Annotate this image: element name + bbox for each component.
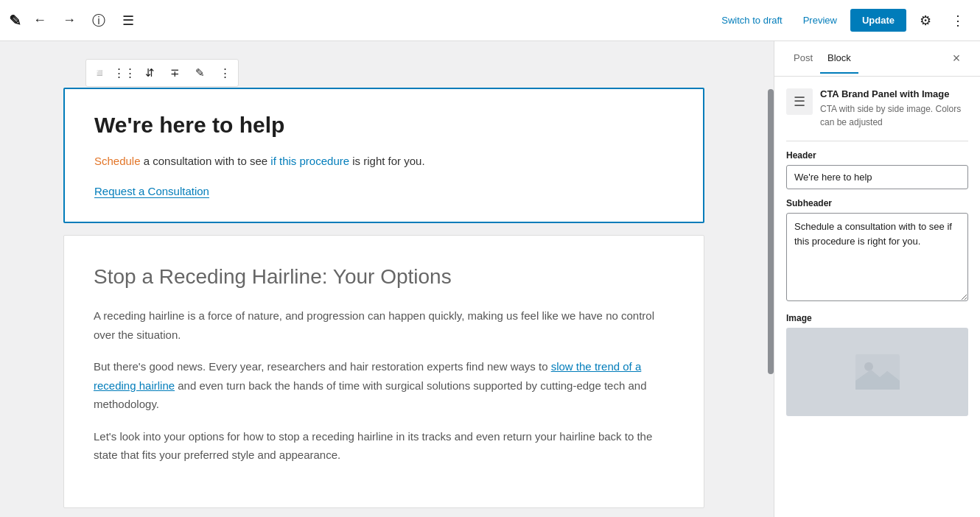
cta-heading: We're here to help <box>94 113 673 138</box>
more-block-options-button[interactable]: ⋮ <box>213 61 237 85</box>
main-layout: ◽ ⋮⋮ ⇵ ∓ ✎ ⋮ We're here to help Schedule… <box>0 41 980 517</box>
image-label: Image <box>786 313 968 323</box>
undo-button[interactable]: ← <box>27 7 53 34</box>
move-button[interactable]: ⇵ <box>138 61 161 85</box>
edit-button[interactable]: ✎ <box>188 61 211 85</box>
settings-button[interactable]: ⚙ <box>912 7 939 34</box>
header-label: Header <box>786 150 968 161</box>
content-heading: Stop a Receding Hairline: Your Options <box>94 265 674 289</box>
tab-block[interactable]: Block <box>820 43 858 74</box>
content-paragraph-1: A receding hairline is a force of nature… <box>94 306 674 344</box>
image-placeholder[interactable] <box>786 328 968 416</box>
cta-block: We're here to help Schedule a consultati… <box>63 88 704 223</box>
block-type-button[interactable]: ◽ <box>88 61 111 85</box>
top-bar: ✎ ← → ⓘ ☰ Switch to draft Preview Update… <box>0 0 980 41</box>
content-paragraph-3: Let's look into your options for how to … <box>94 427 674 465</box>
sidebar: Post Block × ☰ CTA Brand Panel with Imag… <box>774 41 980 517</box>
list-view-button[interactable]: ☰ <box>115 7 141 34</box>
block-toolbar: ◽ ⋮⋮ ⇵ ∓ ✎ ⋮ <box>85 59 239 87</box>
redo-button[interactable]: → <box>56 7 83 34</box>
editor-scrollbar[interactable] <box>768 41 774 517</box>
cta-subheader: Schedule a consultation with to see if t… <box>94 152 673 170</box>
more-options-button[interactable]: ⋮ <box>945 7 971 34</box>
schedule-text: Schedule <box>94 155 141 167</box>
scrollbar-thumb[interactable] <box>768 89 774 375</box>
drag-handle-button[interactable]: ⋮⋮ <box>113 61 136 85</box>
update-button[interactable]: Update <box>850 9 906 32</box>
block-title: CTA Brand Panel with Image <box>820 88 968 99</box>
editor-area: ◽ ⋮⋮ ⇵ ∓ ✎ ⋮ We're here to help Schedule… <box>0 41 768 517</box>
cta-link[interactable]: Request a Consultation <box>94 185 209 198</box>
image-placeholder-icon <box>855 350 900 394</box>
block-info-text: CTA Brand Panel with Image CTA with side… <box>820 88 968 129</box>
paragraph2-prefix: But there's good news. Every year, resea… <box>94 360 551 373</box>
block-description: CTA with side by side image. Colors can … <box>820 102 968 129</box>
subheader-label: Subheader <box>786 198 968 208</box>
info-button[interactable]: ⓘ <box>85 7 112 34</box>
align-button[interactable]: ∓ <box>163 61 186 85</box>
paragraph2-suffix: and even turn back the hands of time wit… <box>94 379 646 411</box>
wp-logo-icon: ✎ <box>9 12 21 29</box>
sidebar-content: ☰ CTA Brand Panel with Image CTA with si… <box>774 77 980 517</box>
preview-button[interactable]: Preview <box>796 10 844 30</box>
content-block: Stop a Receding Hairline: Your Options A… <box>63 235 704 508</box>
content-paragraph-2: But there's good news. Every year, resea… <box>94 357 674 414</box>
block-icon: ☰ <box>786 88 813 115</box>
tab-post[interactable]: Post <box>786 43 820 74</box>
top-bar-left: ✎ ← → ⓘ ☰ <box>9 7 708 34</box>
top-bar-right: Switch to draft Preview Update ⚙ ⋮ <box>714 7 971 34</box>
svg-point-1 <box>864 362 873 371</box>
sidebar-block-info: ☰ CTA Brand Panel with Image CTA with si… <box>786 88 968 129</box>
header-input[interactable] <box>786 165 968 189</box>
sidebar-close-button[interactable]: × <box>945 47 968 71</box>
subheader-textarea[interactable]: Schedule a consultation with to see if t… <box>786 213 968 301</box>
if-text: if this procedure <box>270 155 349 167</box>
sidebar-header: Post Block × <box>774 41 980 77</box>
switch-to-draft-button[interactable]: Switch to draft <box>714 10 789 30</box>
sidebar-divider-1 <box>786 141 968 141</box>
